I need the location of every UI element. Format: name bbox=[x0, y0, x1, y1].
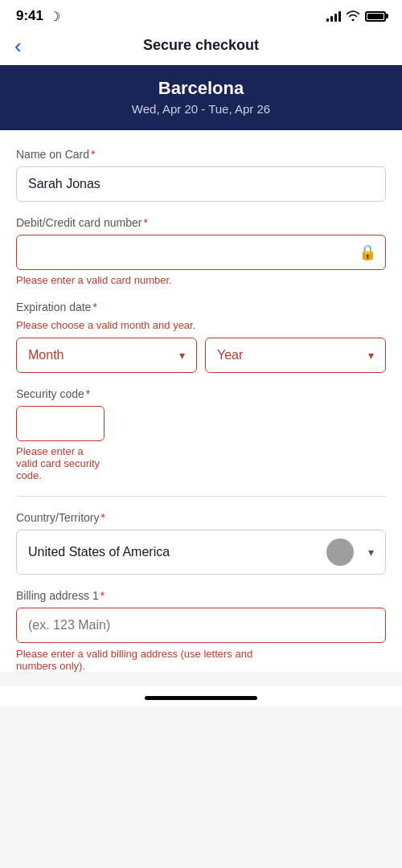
year-chevron: ▾ bbox=[368, 349, 374, 362]
hotel-dates: Wed, Apr 20 - Tue, Apr 26 bbox=[16, 102, 386, 116]
expiration-label: Expiration date* bbox=[16, 301, 386, 313]
page-title: Secure checkout bbox=[143, 37, 259, 54]
battery-icon bbox=[365, 11, 386, 22]
name-on-card-input[interactable] bbox=[16, 166, 386, 202]
hotel-name: Barcelona bbox=[16, 78, 386, 99]
month-label: Month bbox=[28, 348, 64, 362]
card-number-label: Debit/Credit card number* bbox=[16, 216, 386, 229]
country-select[interactable]: United States of America ▾ bbox=[16, 530, 386, 575]
section-divider bbox=[16, 496, 386, 497]
status-icons bbox=[326, 10, 386, 23]
month-chevron: ▾ bbox=[179, 349, 185, 362]
billing-address-input[interactable] bbox=[16, 608, 386, 643]
nav-bar: ‹ Secure checkout bbox=[0, 29, 402, 65]
card-number-input[interactable] bbox=[16, 235, 386, 270]
name-on-card-group: Name on Card* bbox=[16, 148, 386, 202]
month-dropdown[interactable]: Month ▾ bbox=[16, 338, 197, 373]
card-number-group: Debit/Credit card number* 🔒 Please enter… bbox=[16, 216, 386, 286]
billing-address-error: Please enter a valid billing address (us… bbox=[16, 648, 386, 672]
expiration-error: Please choose a valid month and year. bbox=[16, 319, 386, 331]
billing-address-group: Billing address 1* Please enter a valid … bbox=[16, 589, 386, 672]
name-on-card-label: Name on Card* bbox=[16, 148, 386, 161]
home-bar bbox=[145, 696, 257, 700]
country-flag bbox=[326, 538, 354, 566]
moon-icon: ☽ bbox=[49, 9, 60, 24]
status-time: 9:41 bbox=[16, 8, 43, 24]
signal-icon bbox=[326, 10, 341, 22]
country-name: United States of America bbox=[28, 545, 326, 559]
lock-icon: 🔒 bbox=[359, 244, 376, 261]
home-indicator bbox=[0, 686, 402, 706]
card-number-error: Please enter a valid card number. bbox=[16, 274, 386, 286]
billing-address-label: Billing address 1* bbox=[16, 589, 386, 602]
year-dropdown[interactable]: Year ▾ bbox=[205, 338, 386, 373]
expiry-row: Month ▾ Year ▾ bbox=[16, 338, 386, 373]
back-button[interactable]: ‹ bbox=[14, 35, 22, 56]
year-label: Year bbox=[217, 348, 243, 362]
hotel-header: Barcelona Wed, Apr 20 - Tue, Apr 26 bbox=[0, 65, 402, 130]
security-code-error: Please enter a valid card security code. bbox=[16, 445, 386, 481]
expiration-group: Expiration date* Please choose a valid m… bbox=[16, 301, 386, 373]
country-label: Country/Territory* bbox=[16, 511, 386, 524]
card-field-wrapper: 🔒 bbox=[16, 235, 386, 270]
status-bar: 9:41 ☽ bbox=[0, 0, 402, 29]
form-container: Name on Card* Debit/Credit card number* … bbox=[0, 130, 402, 672]
wifi-icon bbox=[346, 10, 360, 23]
security-code-group: Security code* Please enter a valid card… bbox=[16, 387, 386, 481]
security-code-input[interactable] bbox=[16, 406, 105, 441]
country-chevron: ▾ bbox=[368, 546, 374, 559]
security-code-label: Security code* bbox=[16, 387, 386, 400]
country-group: Country/Territory* United States of Amer… bbox=[16, 511, 386, 575]
